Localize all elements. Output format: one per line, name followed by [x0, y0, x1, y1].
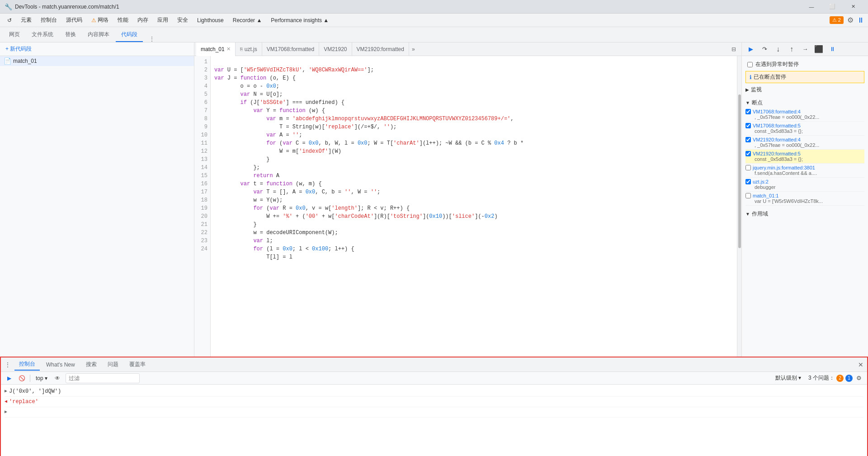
bp4-checkbox[interactable] [745, 151, 751, 156]
bp1-label[interactable]: VM17068:formatted:4 [753, 109, 801, 114]
clear-button[interactable]: 🚫 [17, 374, 26, 383]
menu-item-refresh[interactable]: ↺ [4, 15, 15, 25]
tab-webpage[interactable]: 网页 [4, 28, 25, 42]
tab-coverage[interactable]: 覆盖率 [125, 359, 150, 370]
console-line-3: ▶ [5, 407, 863, 418]
editor-tabs-more[interactable]: » [409, 46, 418, 52]
close-button[interactable]: ✕ [843, 0, 863, 14]
info-badge[interactable]: 1 [845, 375, 853, 382]
bp1-checkbox[interactable] [745, 109, 751, 114]
bp-header: jquery.min.js:formatted:3801 [745, 165, 863, 170]
bp2-checkbox[interactable] [745, 123, 751, 128]
breakpoints-header[interactable]: ▼ 断点 [745, 98, 864, 108]
run-button[interactable]: ▶ [5, 374, 14, 383]
menu-item-memory[interactable]: 内存 [134, 14, 152, 26]
editor-tab-uzt[interactable]: ⎘ uzt.js [236, 42, 262, 56]
tab-issues[interactable]: 问题 [103, 359, 123, 370]
tabs-more[interactable]: ⋮ [146, 36, 158, 42]
bp7-checkbox[interactable] [745, 193, 751, 198]
menu-item-source[interactable]: 源代码 [62, 14, 86, 26]
pause-exceptions-option[interactable]: 在遇到异常时暂停 [745, 60, 864, 69]
tab-search[interactable]: 搜索 [81, 359, 101, 370]
step-into-button[interactable]: ↓ [773, 44, 783, 55]
info-icon: ℹ [750, 74, 752, 80]
bp6-checkbox[interactable] [745, 179, 751, 184]
console-line-1: ▶ J('0x0', ']dQW') [5, 386, 863, 397]
deactivate-button[interactable]: ⬛ [813, 44, 824, 55]
warn-badge[interactable]: 2 [836, 375, 844, 382]
tab-label: VM21920:formatted [357, 46, 404, 52]
step-over-button[interactable]: ↷ [759, 44, 770, 55]
breakpoint-item-vm17068-4: VM17068:formatted:4 , _0x57feae = oo000(… [745, 108, 864, 122]
bp-header: VM17068:formatted:5 [745, 123, 863, 128]
bp5-label[interactable]: jquery.min.js:formatted:3801 [753, 165, 815, 170]
menu-item-console[interactable]: 控制台 [37, 14, 61, 26]
close-tab-icon[interactable]: ✕ [226, 46, 231, 52]
menu-item-app[interactable]: 应用 [154, 14, 172, 26]
tab-replace[interactable]: 替换 [60, 28, 81, 42]
bp7-code: var U = ['W5r5W6VdIHZcT8k... [745, 198, 863, 204]
issues-badge: 3 个问题： 2 1 [808, 374, 853, 382]
new-snippet-button[interactable]: + 新代码段 [4, 45, 33, 53]
sidebar-actions: + 新代码段 [0, 42, 194, 56]
menu-item-perf-insights[interactable]: Performance insights ▲ [267, 15, 332, 25]
favicon-icon: 🔧 [5, 3, 12, 10]
warning-badge[interactable]: ⚠ 2 [830, 16, 844, 24]
editor-tab-vm17068[interactable]: VM17068:formatted [262, 42, 319, 56]
menu-item-element[interactable]: 元素 [17, 14, 35, 26]
bp4-label[interactable]: VM21920:formatted:5 [753, 151, 801, 156]
filter-input[interactable] [66, 373, 140, 383]
editor-tab-match01[interactable]: match_01 ✕ [196, 42, 236, 56]
menu-item-perf[interactable]: 性能 [114, 14, 132, 26]
console-tool-more[interactable]: ⋮ [5, 361, 11, 368]
console-close-button[interactable]: ✕ [858, 361, 863, 368]
bp-header: match_01:1 [745, 193, 863, 198]
editor-tab-vm21920[interactable]: VM21920 [319, 42, 352, 56]
menu-item-recorder[interactable]: Recorder ▲ [229, 15, 266, 25]
editor-split-button[interactable]: ⊟ [728, 46, 740, 52]
minimize-button[interactable]: — [801, 0, 822, 14]
pause-exceptions-checkbox[interactable] [747, 62, 753, 67]
bp3-label[interactable]: VM21920:formatted:4 [753, 137, 801, 142]
bp6-code: debugger [745, 184, 863, 190]
tab-console[interactable]: 控制台 [14, 358, 40, 371]
prompt-icon[interactable]: ▶ [5, 408, 7, 416]
settings-button[interactable]: ⚙ [847, 16, 854, 24]
work-area-header[interactable]: ▼ 作用域 [745, 209, 864, 219]
tab-filesystem[interactable]: 文件系统 [26, 28, 59, 42]
tab-label: VM17068:formatted [267, 46, 314, 52]
bp-header: VM21920:formatted:4 [745, 137, 863, 142]
resume-button[interactable]: ▶ [745, 44, 756, 55]
pause-button[interactable]: ⏸ [857, 16, 864, 24]
tab-code[interactable]: 代码段 [116, 28, 143, 42]
pause-exceptions-button[interactable]: ⏸ [827, 44, 838, 55]
bp6-label[interactable]: uzt.js:2 [753, 179, 769, 184]
scrollbar-thumb-v[interactable] [738, 94, 741, 248]
context-label: top [36, 375, 43, 381]
context-selector[interactable]: top ▾ [34, 374, 49, 382]
console-output[interactable]: ▶ J('0x0', ']dQW') ◀ 'replace' ▶ [1, 385, 867, 456]
expand-icon[interactable]: ▶ [5, 387, 7, 395]
step-button[interactable]: → [800, 44, 811, 55]
bp5-checkbox[interactable] [745, 165, 751, 170]
paused-banner: ℹ 已在断点暂停 [745, 71, 864, 83]
editor-tab-vm21920f[interactable]: VM21920:formatted [352, 42, 409, 56]
menu-item-lighthouse[interactable]: Lighthouse [193, 15, 227, 25]
bp3-code: , _0x57feae = oo000(_0x22... [745, 142, 863, 148]
bp7-label[interactable]: match_01:1 [753, 193, 778, 198]
bp2-label[interactable]: VM17068:formatted:5 [753, 123, 801, 128]
watch-header[interactable]: ▶ 监视 [745, 85, 864, 94]
maximize-button[interactable]: ⬜ [822, 0, 843, 14]
step-out-button[interactable]: ↑ [786, 44, 797, 55]
default-levels-label[interactable]: 默认级别 ▾ [774, 373, 803, 383]
menu-item-network[interactable]: ⚠ 网络 [88, 14, 112, 26]
context-dropdown-icon: ▾ [45, 375, 47, 381]
console-line-2: ◀ 'replace' [5, 397, 863, 407]
eye-button[interactable]: 👁 [53, 374, 62, 383]
console-settings-button[interactable]: ⚙ [854, 374, 863, 383]
sidebar-file-match01[interactable]: 📄 match_01 [0, 56, 194, 66]
menu-item-security[interactable]: 安全 [174, 14, 192, 26]
bp3-checkbox[interactable] [745, 137, 751, 142]
tab-whatsnew[interactable]: What's New [42, 360, 80, 370]
tab-content-script[interactable]: 内容脚本 [82, 28, 115, 42]
